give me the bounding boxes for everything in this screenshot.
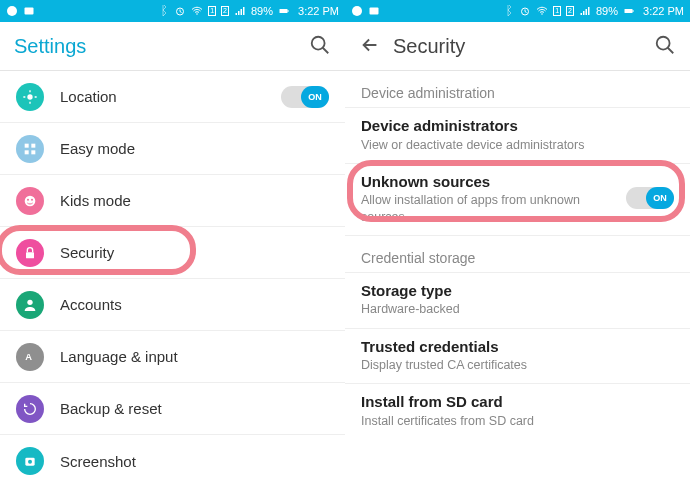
svg-rect-10 xyxy=(25,150,29,154)
row-label: Backup & reset xyxy=(60,400,329,417)
svg-point-26 xyxy=(657,36,670,49)
wifi-icon xyxy=(536,5,548,17)
row-language-input[interactable]: A Language & input xyxy=(0,331,345,383)
sim2-icon: 2 xyxy=(566,6,574,16)
picture-icon xyxy=(23,5,35,17)
svg-point-14 xyxy=(31,198,33,200)
settings-list: Location ON Easy mode Kids mode Security xyxy=(0,71,345,500)
svg-point-13 xyxy=(27,198,29,200)
svg-rect-24 xyxy=(625,9,633,13)
battery-icon xyxy=(278,5,290,17)
svg-point-20 xyxy=(352,6,362,16)
settings-pane: 1 2 89% 3:22 PM Settings Location ON xyxy=(0,0,345,500)
row-location[interactable]: Location ON xyxy=(0,71,345,123)
search-button[interactable] xyxy=(309,34,331,59)
language-icon: A xyxy=(22,349,38,365)
row-accounts[interactable]: Accounts xyxy=(0,279,345,331)
page-title: Settings xyxy=(14,35,297,58)
row-security[interactable]: Security xyxy=(0,227,345,279)
battery-text: 89% xyxy=(596,5,618,17)
row-backup-reset[interactable]: Backup & reset xyxy=(0,383,345,435)
svg-point-6 xyxy=(312,36,325,49)
toggle-text: ON xyxy=(646,187,674,209)
svg-rect-9 xyxy=(31,143,35,147)
security-pane: 1 2 89% 3:22 PM Security Device administ… xyxy=(345,0,690,500)
app-notif-icon xyxy=(351,5,363,17)
screenshot-icon xyxy=(22,453,38,469)
svg-text:A: A xyxy=(25,352,32,362)
search-icon xyxy=(654,34,676,56)
arrow-left-icon xyxy=(359,34,381,56)
svg-rect-25 xyxy=(633,10,634,12)
svg-rect-5 xyxy=(288,10,289,12)
item-device-administrators[interactable]: Device administrators View or deactivate… xyxy=(345,108,690,164)
battery-icon xyxy=(623,5,635,17)
toggle-text: ON xyxy=(301,86,329,108)
row-label: Screenshot xyxy=(60,453,329,470)
sim1-icon: 1 xyxy=(208,6,216,16)
accounts-icon xyxy=(22,297,38,313)
search-icon xyxy=(309,34,331,56)
security-list: Device administration Device administrat… xyxy=(345,71,690,500)
item-title: Unknown sources xyxy=(361,172,616,192)
wifi-icon xyxy=(191,5,203,17)
location-toggle[interactable]: ON xyxy=(281,86,329,108)
item-subtitle: View or deactivate device administrators xyxy=(361,137,674,153)
backup-icon xyxy=(22,401,38,417)
search-button[interactable] xyxy=(654,34,676,59)
signal-icon xyxy=(234,5,246,17)
bluetooth-icon xyxy=(502,5,514,17)
location-icon xyxy=(22,89,38,105)
svg-point-3 xyxy=(196,13,198,15)
status-bar: 1 2 89% 3:22 PM xyxy=(345,0,690,22)
svg-rect-1 xyxy=(25,8,34,15)
svg-rect-11 xyxy=(31,150,35,154)
battery-text: 89% xyxy=(251,5,273,17)
app-notif-icon xyxy=(6,5,18,17)
lock-icon xyxy=(22,245,38,261)
item-subtitle: Display trusted CA certificates xyxy=(361,357,674,373)
item-install-from-sd[interactable]: Install from SD card Install certificate… xyxy=(345,384,690,439)
back-button[interactable] xyxy=(359,34,381,59)
svg-point-19 xyxy=(28,460,32,464)
row-label: Security xyxy=(60,244,329,261)
sim2-icon: 2 xyxy=(221,6,229,16)
item-subtitle: Hardware-backed xyxy=(361,301,674,317)
row-label: Language & input xyxy=(60,348,329,365)
item-subtitle: Install certificates from SD card xyxy=(361,413,674,429)
row-label: Kids mode xyxy=(60,192,329,209)
status-time: 3:22 PM xyxy=(298,5,339,17)
row-label: Easy mode xyxy=(60,140,329,157)
row-screenshot[interactable]: Screenshot xyxy=(0,435,345,487)
svg-point-0 xyxy=(7,6,17,16)
item-storage-type[interactable]: Storage type Hardware-backed xyxy=(345,273,690,329)
item-title: Storage type xyxy=(361,281,674,301)
svg-rect-8 xyxy=(25,143,29,147)
signal-icon xyxy=(579,5,591,17)
svg-rect-4 xyxy=(280,9,288,13)
kidsmode-icon xyxy=(22,193,38,209)
svg-point-23 xyxy=(541,13,543,15)
row-label: Location xyxy=(60,88,265,105)
alarm-icon xyxy=(174,5,186,17)
section-credential-storage: Credential storage xyxy=(345,236,690,273)
section-device-admin: Device administration xyxy=(345,71,690,108)
row-easy-mode[interactable]: Easy mode xyxy=(0,123,345,175)
app-bar: Settings xyxy=(0,22,345,70)
sim1-icon: 1 xyxy=(553,6,561,16)
item-unknown-sources[interactable]: Unknown sources Allow installation of ap… xyxy=(345,164,690,236)
row-kids-mode[interactable]: Kids mode xyxy=(0,175,345,227)
item-trusted-credentials[interactable]: Trusted credentials Display trusted CA c… xyxy=(345,329,690,385)
status-bar: 1 2 89% 3:22 PM xyxy=(0,0,345,22)
status-time: 3:22 PM xyxy=(643,5,684,17)
item-title: Install from SD card xyxy=(361,392,674,412)
svg-rect-15 xyxy=(26,252,34,258)
svg-point-7 xyxy=(27,94,32,99)
app-bar: Security xyxy=(345,22,690,70)
page-title: Security xyxy=(393,35,642,58)
picture-icon xyxy=(368,5,380,17)
item-title: Trusted credentials xyxy=(361,337,674,357)
easymode-icon xyxy=(22,141,38,157)
unknown-sources-toggle[interactable]: ON xyxy=(626,187,674,209)
item-subtitle: Allow installation of apps from unknown … xyxy=(361,192,616,225)
